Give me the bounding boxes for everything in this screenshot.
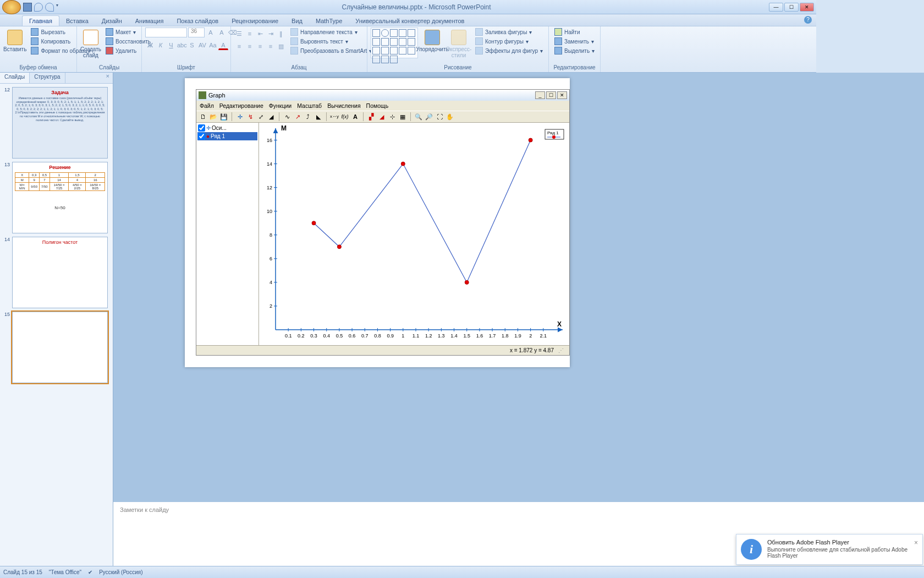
close-button[interactable]: ✕ — [800, 3, 814, 12]
new-slide-button[interactable]: Создать слайд — [80, 28, 101, 62]
graph-menu-calc[interactable]: Вычисления — [327, 102, 360, 109]
graph-menu-functions[interactable]: Функции — [269, 102, 292, 109]
tangent-icon[interactable]: ⤢ — [256, 112, 265, 121]
underline-icon[interactable]: Ч — [166, 40, 176, 50]
graph-close-button[interactable]: ✕ — [557, 91, 567, 99]
chart-plot[interactable]: 2468101214160.10.20.30.40.50.60.70.80.91… — [259, 123, 569, 345]
shapes-gallery[interactable] — [371, 28, 418, 58]
save-icon[interactable] — [23, 3, 32, 12]
slide-canvas[interactable]: Graph _ ☐ ✕ Файл Редактирование Функции … — [113, 73, 816, 500]
thumbnail-15[interactable] — [12, 312, 108, 383]
open-icon[interactable]: 📂 — [209, 112, 218, 121]
graph-max-button[interactable]: ☐ — [546, 91, 556, 99]
thumbnail-12[interactable]: Задача Имеются данные о поставке сока (р… — [12, 87, 108, 159]
shape-effects-button[interactable]: Эффекты для фигур ▾ — [473, 46, 545, 55]
tab-design[interactable]: Дизайн — [95, 16, 129, 26]
graph-menu-help[interactable]: Помощь — [366, 102, 389, 109]
align-left-icon[interactable]: ≡ — [234, 41, 244, 51]
new-icon[interactable]: 🗋 — [199, 112, 207, 121]
align-text-button[interactable]: Выровнять текст ▾ — [288, 37, 374, 46]
bold-icon[interactable]: Ж — [145, 40, 155, 50]
linespacing-icon[interactable]: ‖ — [276, 29, 286, 39]
thumbnail-14[interactable]: Полигон частот — [12, 237, 108, 308]
shape-outline-button[interactable]: Контур фигуры ▾ — [473, 37, 545, 46]
graph-menu-file[interactable]: Файл — [200, 102, 214, 109]
font-color-icon[interactable]: A — [218, 40, 228, 50]
notes-pane[interactable]: Заметки к слайду — [113, 500, 816, 510]
tab-slideshow[interactable]: Показ слайдов — [170, 16, 225, 26]
sidetab-slides[interactable]: Слайды — [0, 73, 30, 83]
axes-icon[interactable]: ✛ — [235, 112, 244, 121]
shade-icon[interactable]: ◢ — [267, 112, 276, 121]
case-icon[interactable]: Aa — [208, 40, 218, 50]
font-name-combo[interactable] — [145, 28, 187, 37]
panel-close-icon[interactable]: × — [103, 73, 113, 83]
quick-styles-button[interactable]: Экспресс-стили — [447, 28, 471, 62]
qat-dropdown-icon[interactable]: ▾ — [56, 3, 65, 12]
bullets-icon[interactable]: ☰ — [234, 29, 244, 39]
graph-menu-zoom[interactable]: Масштаб — [297, 102, 322, 109]
shape-fill-button[interactable]: Заливка фигуры ▾ — [473, 28, 545, 36]
paste-button[interactable]: Вставить — [3, 28, 26, 62]
area-icon[interactable]: ◢ — [377, 112, 386, 121]
graph-menu-edit[interactable]: Редактирование — [219, 102, 263, 109]
tab-insert[interactable]: Вставка — [59, 16, 95, 26]
curve2-icon[interactable]: ↗ — [293, 112, 302, 121]
shrink-font-icon[interactable]: A — [217, 28, 227, 37]
indent-icon[interactable]: ⇥ — [266, 29, 276, 39]
tree-axes[interactable]: ✛ Оси... — [197, 124, 257, 132]
tab-view[interactable]: Вид — [285, 16, 309, 26]
find-button[interactable]: Найти — [552, 28, 597, 36]
select-button[interactable]: Выделить ▾ — [552, 46, 597, 55]
columns-icon[interactable]: ▥ — [276, 41, 286, 51]
outdent-icon[interactable]: ⇤ — [255, 29, 265, 39]
curve3-icon[interactable]: ⤴ — [304, 112, 312, 121]
zoom-out-icon[interactable]: 🔎 — [425, 112, 433, 121]
help-icon[interactable]: ? — [804, 16, 812, 24]
office-button[interactable] — [2, 0, 21, 14]
tab-review[interactable]: Рецензирование — [225, 16, 285, 26]
char-spacing-icon[interactable]: AV — [197, 40, 207, 50]
smartart-button[interactable]: Преобразовать в SmartArt ▾ — [288, 46, 374, 55]
arrange-button[interactable]: Упорядочить — [420, 28, 444, 62]
text-icon[interactable]: A — [351, 112, 360, 121]
curve4-icon[interactable]: ◣ — [314, 112, 323, 121]
pan-icon[interactable]: ✋ — [446, 112, 454, 121]
tab-home[interactable]: Главная — [22, 15, 59, 26]
zoom-fit-icon[interactable]: ⛶ — [435, 112, 444, 121]
tab-mathtype[interactable]: MathType — [309, 16, 349, 26]
zoom-in-icon[interactable]: 🔍 — [414, 112, 423, 121]
numbering-icon[interactable]: ≡ — [245, 29, 255, 39]
sidetab-outline[interactable]: Структура — [30, 73, 65, 83]
thumbnail-list[interactable]: 12 Задача Имеются данные о поставке сока… — [0, 84, 113, 510]
tree-series1[interactable]: ● Ряд 1 — [197, 132, 257, 140]
grow-font-icon[interactable]: A — [206, 28, 216, 37]
save-icon[interactable]: 💾 — [219, 112, 228, 121]
func-icon[interactable]: ↯ — [246, 112, 255, 121]
align-right-icon[interactable]: ≡ — [255, 41, 265, 51]
tab-converter[interactable]: Универсальный конвертер документов — [349, 16, 471, 26]
justify-icon[interactable]: ≡ — [266, 41, 276, 51]
undo-icon[interactable] — [34, 3, 43, 12]
curve1-icon[interactable]: ∿ — [283, 112, 292, 121]
minimize-button[interactable]: — — [769, 3, 783, 12]
eval-icon[interactable]: ⊹ — [388, 112, 397, 121]
slide[interactable]: Graph _ ☐ ✕ Файл Редактирование Функции … — [185, 78, 570, 367]
table-icon[interactable]: ▦ — [398, 112, 407, 121]
font-size-combo[interactable]: 36 — [188, 28, 205, 37]
trace-icon[interactable]: ▞ — [367, 112, 376, 121]
redo-icon[interactable] — [45, 3, 54, 12]
align-center-icon[interactable]: ≡ — [245, 41, 255, 51]
strike-icon[interactable]: abc — [177, 40, 186, 50]
shadow-icon[interactable]: S — [187, 40, 197, 50]
graph-min-button[interactable]: _ — [535, 91, 545, 99]
italic-icon[interactable]: К — [156, 40, 166, 50]
graph-tree[interactable]: ✛ Оси... ● Ряд 1 — [196, 123, 259, 345]
text-direction-button[interactable]: Направление текста ▾ — [288, 28, 374, 36]
xy-icon[interactable]: x↔y — [330, 112, 339, 121]
replace-button[interactable]: Заменить ▾ — [552, 37, 597, 46]
tab-animation[interactable]: Анимация — [129, 16, 170, 26]
fx-icon[interactable]: f(x) — [340, 112, 349, 121]
maximize-button[interactable]: ☐ — [784, 3, 799, 12]
thumbnail-13[interactable]: Решение X0,30,511,52 M9714416 W= M/N9/50… — [12, 162, 108, 233]
